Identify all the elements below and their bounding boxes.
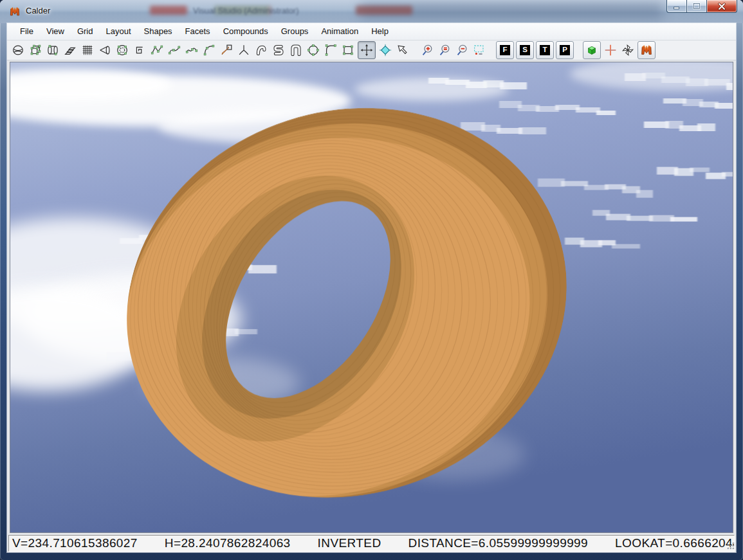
- branch-tool-icon: [237, 43, 251, 57]
- branch-tool[interactable]: [236, 42, 252, 58]
- spline-tool[interactable]: [167, 42, 182, 58]
- minimize-icon: [673, 3, 681, 10]
- solid-toggle-icon: S: [520, 45, 530, 55]
- points-toggle-glyph: P: [562, 46, 567, 54]
- menu-item-facets[interactable]: Facets: [179, 23, 217, 40]
- texture-toggle-icon: T: [540, 45, 550, 55]
- points-toggle-icon: P: [560, 45, 570, 55]
- s-tube-tool-icon: [271, 43, 286, 57]
- menu-item-grid[interactable]: Grid: [71, 23, 100, 40]
- status-field: V=234.710615386027 H=28.2407862824063 IN…: [8, 535, 735, 552]
- cylinder-tool[interactable]: [45, 42, 60, 58]
- status-lookat: LOOKAT=0.666620449828571: [615, 536, 735, 550]
- menu-item-layout[interactable]: Layout: [99, 23, 137, 40]
- move-tool-icon: [360, 43, 374, 57]
- node-circle-tool[interactable]: [306, 42, 321, 58]
- resize-grip[interactable]: [726, 541, 735, 550]
- pointer-tool[interactable]: [395, 42, 410, 58]
- logo-button-icon: [639, 43, 654, 57]
- background-window-ghost-title: Visual Studio (Administrator): [193, 6, 299, 15]
- minimize-button[interactable]: [666, 0, 686, 13]
- polyline-tool-icon: [150, 43, 164, 57]
- center-point-tool-icon: [378, 43, 392, 57]
- box-tool-icon: [28, 43, 42, 57]
- spline-tool-icon: [167, 43, 181, 57]
- zoom-in-tool[interactable]: [419, 42, 435, 58]
- crosshair-tool[interactable]: [603, 42, 618, 58]
- toolbar: FSTP: [7, 41, 736, 60]
- elbow-tube-tool[interactable]: [253, 42, 269, 58]
- client-area: FileViewGridLayoutShapesFacetsCompoundsG…: [7, 23, 736, 552]
- menu-item-view[interactable]: View: [40, 23, 71, 40]
- maximize-icon: [693, 3, 701, 10]
- cone-tool-icon: [98, 43, 112, 57]
- app-window: Visual Studio (Administrator) Calder: [0, 0, 743, 560]
- grid-tool[interactable]: [80, 42, 95, 58]
- shaded-view-button-icon: [585, 43, 599, 57]
- arc-tool[interactable]: [201, 42, 217, 58]
- screen: { "window": { "title": "Calder", "ghost_…: [0, 0, 743, 560]
- u-channel-tool-icon: [289, 43, 303, 57]
- draw-tool[interactable]: [219, 42, 234, 58]
- polyline-tool[interactable]: [149, 42, 165, 58]
- close-icon: [717, 3, 726, 10]
- sphere-tool-icon: [11, 43, 25, 57]
- u-channel-tool[interactable]: [288, 42, 304, 58]
- cone-tool[interactable]: [97, 42, 113, 58]
- status-v: V=234.710615386027: [12, 536, 138, 550]
- zoom-region-tool[interactable]: [472, 42, 487, 58]
- menu-item-help[interactable]: Help: [365, 23, 395, 40]
- 3d-scene: [10, 62, 733, 532]
- viewport-canvas[interactable]: [10, 62, 733, 533]
- move-tool[interactable]: [358, 41, 376, 59]
- cylinder-tool-icon: [46, 43, 60, 57]
- zoom-region-tool-icon: [472, 43, 486, 57]
- draw-tool-icon: [219, 43, 234, 57]
- status-distance: DISTANCE=6.05599999999999: [408, 536, 589, 550]
- sphere-tool[interactable]: [10, 42, 26, 58]
- box-tool[interactable]: [28, 42, 43, 58]
- ring-tool[interactable]: [115, 42, 130, 58]
- node-circle-tool-icon: [306, 43, 320, 57]
- window-title: Calder: [26, 6, 50, 15]
- ring-tool-icon: [115, 43, 129, 57]
- curve-tool-icon: [185, 43, 199, 57]
- menu-item-groups[interactable]: Groups: [275, 23, 315, 40]
- pinwheel-tool-icon: [621, 43, 635, 57]
- maximize-button[interactable]: [686, 0, 707, 13]
- status-inverted: INVERTED: [318, 536, 381, 550]
- close-button[interactable]: [707, 0, 737, 13]
- points-toggle[interactable]: P: [556, 41, 574, 59]
- menu-item-file[interactable]: File: [14, 23, 40, 40]
- center-point-tool[interactable]: [378, 42, 393, 58]
- node-arc-tool-icon: [324, 43, 338, 57]
- crosshair-tool-icon: [603, 43, 618, 57]
- shaded-view-button[interactable]: [583, 41, 601, 59]
- node-arc-tool[interactable]: [323, 42, 338, 58]
- statusbar: V=234.710615386027 H=28.2407862824063 IN…: [7, 534, 736, 552]
- zoom-out-tool[interactable]: [454, 42, 470, 58]
- solid-toggle[interactable]: S: [516, 41, 534, 59]
- node-rect-tool-icon: [341, 43, 355, 57]
- titlebar[interactable]: Visual Studio (Administrator) Calder: [0, 0, 743, 23]
- node-rect-tool[interactable]: [340, 42, 356, 58]
- texture-toggle[interactable]: T: [536, 41, 554, 59]
- ramp-tool[interactable]: [62, 42, 78, 58]
- facets-toggle[interactable]: F: [496, 41, 514, 59]
- curve-tool[interactable]: [184, 42, 199, 58]
- menu-item-compounds[interactable]: Compounds: [217, 23, 275, 40]
- zoom-equal-tool[interactable]: [437, 42, 452, 58]
- menubar: FileViewGridLayoutShapesFacetsCompoundsG…: [7, 23, 736, 41]
- logo-button[interactable]: [638, 41, 656, 59]
- s-tube-tool[interactable]: [271, 42, 286, 58]
- ramp-tool-icon: [63, 43, 77, 57]
- pinwheel-tool[interactable]: [620, 42, 636, 58]
- titlebar-ghost-blob: [356, 6, 412, 15]
- window-controls: [666, 0, 737, 13]
- arc-tool-icon: [202, 43, 216, 57]
- menu-item-animation[interactable]: Animation: [315, 23, 365, 40]
- menu-item-shapes[interactable]: Shapes: [138, 23, 179, 40]
- spiral-tool[interactable]: [132, 42, 147, 58]
- zoom-equal-tool-icon: [437, 43, 452, 57]
- facets-toggle-icon: F: [500, 45, 510, 55]
